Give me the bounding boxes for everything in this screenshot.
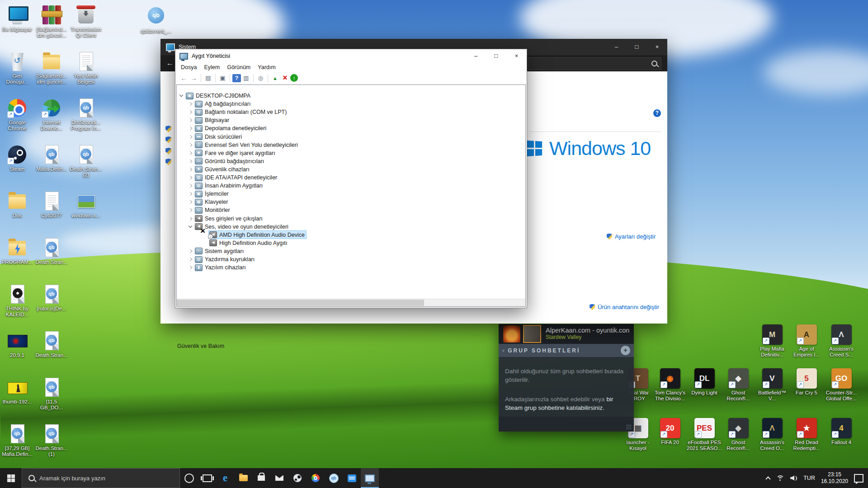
- group-chats-bar[interactable]: » GRUP SOHBETLERİ +: [499, 344, 634, 357]
- tree-item-computer-root[interactable]: ▣DESKTOP-CJ9DMPA: [179, 92, 252, 100]
- back-icon[interactable]: ←: [179, 73, 189, 83]
- tree-item-security-devices[interactable]: ◈Güvenlik cihazları: [188, 165, 251, 174]
- tree-item-monitors[interactable]: ▭Monitörler: [188, 206, 231, 214]
- desktop-icon-internet-download-manager[interactable]: ↗Internet Downlo...: [34, 98, 69, 131]
- desktop-icon-battlefield-v[interactable]: V↗Battlefield™ V...: [755, 368, 790, 402]
- dm-minimize-button[interactable]: –: [466, 49, 486, 63]
- chevron-right-icon[interactable]: [188, 167, 193, 172]
- uninstall-device-icon[interactable]: ×: [280, 73, 290, 83]
- taskbar-app-steam[interactable]: [288, 468, 307, 488]
- menu-dosya[interactable]: Dosya: [177, 63, 200, 71]
- tree-item-software-devices[interactable]: ▮Yazılım cihazları: [188, 263, 247, 272]
- desktop-icon-ghost-recon-2[interactable]: ◆↗Ghost Recon®...: [721, 418, 756, 451]
- desktop-icon-death-stranding-torrent-2[interactable]: qbDeath.Stran... (2): [68, 144, 104, 178]
- clock[interactable]: 23:15 16.10.2020: [821, 471, 848, 485]
- back-arrow-icon[interactable]: ←: [164, 58, 176, 69]
- console-tree-icon[interactable]: ▤: [203, 73, 213, 83]
- help-icon[interactable]: ?: [232, 74, 241, 82]
- desktop-icon-qbittorrent[interactable]: qbqbittorrent_...: [138, 5, 174, 34]
- tree-item-network-adapters[interactable]: ▤Ağ bağdaştırıcıları: [188, 100, 252, 108]
- desktop-icon-transmission-qt-client[interactable]: Transmission Qt Client: [68, 5, 104, 38]
- chevron-right-icon[interactable]: [188, 134, 193, 140]
- chevron-right-icon[interactable]: [188, 249, 193, 254]
- tree-item-human-interface-devices[interactable]: ▧İnsan Arabirim Aygıtları: [188, 182, 264, 190]
- desktop-icon-mafia-37-29-gb-torrent[interactable]: qb[37,29 GB] Mafia.Defin...: [0, 423, 35, 457]
- chevron-right-icon[interactable]: [188, 199, 193, 205]
- desktop-icon-new-text-document[interactable]: Yeni Metin Belgesi: [68, 51, 104, 85]
- collapse-chevron-icon[interactable]: »: [501, 349, 506, 352]
- sidebar-task-link-2[interactable]: [165, 136, 171, 143]
- start-button[interactable]: [0, 468, 22, 488]
- taskbar-app-file-explorer[interactable]: [234, 468, 252, 488]
- desktop-icon-idm-folder[interactable]: [Sağlamind... idm güncel...: [34, 51, 69, 85]
- steam-friend-header[interactable]: AlperKaan.com - oyuntik.con Stardew Vall…: [499, 324, 634, 344]
- scrollbar-thumb[interactable]: [177, 300, 424, 306]
- chevron-right-icon[interactable]: [188, 126, 193, 131]
- taskbar-app-messaging[interactable]: [343, 468, 361, 488]
- desktop-icon-winrar-idm-archive[interactable]: [Sağlamind... idm güncel...: [34, 5, 69, 38]
- tree-item-usb-controllers[interactable]: ▯Evrensel Seri Veri Yolu denetleyicileri: [188, 141, 299, 149]
- desktop-icon-fallout-4[interactable]: 4↗Fallout 4: [824, 418, 859, 446]
- cortana-button[interactable]: [180, 468, 198, 488]
- menu-görünüm[interactable]: Görünüm: [223, 63, 254, 71]
- desktop-icon-cyb2077-document[interactable]: Cyb2077: [34, 191, 69, 219]
- tree-item-print-queues[interactable]: ▤Yazdırma kuyrukları: [188, 255, 256, 263]
- horizontal-scrollbar[interactable]: [177, 299, 525, 306]
- tree-item-mice-pointing-devices[interactable]: ◉Fare ve diğer işaret aygıtları: [188, 149, 277, 157]
- device-manager-titlebar[interactable]: Aygıt Yöneticisi – □ ×: [175, 49, 527, 63]
- taskbar-app-edge[interactable]: e: [216, 468, 234, 488]
- chevron-right-icon[interactable]: [188, 142, 193, 148]
- task-view-button[interactable]: [198, 468, 216, 488]
- desktop-icon-video-20-9-1[interactable]: 20.9.1: [0, 330, 35, 358]
- system-search-input[interactable]: [528, 57, 661, 70]
- desktop-icon-windows-xp-image[interactable]: windows-x...: [68, 191, 104, 219]
- dm-maximize-button[interactable]: □: [486, 49, 506, 63]
- scan-hardware-icon[interactable]: ◎: [256, 73, 265, 83]
- desktop-icon-dth-stranding-torrent[interactable]: qbDthStrandi... Program İn...: [68, 98, 104, 131]
- desktop-icon-red-dead-redemption[interactable]: ★↗Red Dead Redempti...: [789, 418, 824, 451]
- chevron-right-icon[interactable]: [188, 207, 193, 213]
- chevron-right-icon[interactable]: [188, 183, 193, 188]
- desktop-icon-ghost-recon[interactable]: ◆↗Ghost Recon®...: [721, 368, 756, 402]
- desktop-icon-steam[interactable]: ↗Steam: [0, 144, 35, 172]
- chevron-right-icon[interactable]: [188, 109, 193, 115]
- taskbar-app-qbittorrent[interactable]: qb: [325, 468, 343, 488]
- desktop-icon-this-pc[interactable]: Bu bilgisayar: [0, 5, 35, 33]
- desktop-icon-thumb-192[interactable]: thumb-192...: [0, 377, 35, 405]
- chevron-right-icon[interactable]: [188, 117, 193, 123]
- action-center-icon[interactable]: [854, 474, 863, 483]
- taskbar-search-input[interactable]: Aramak için buraya yazın: [22, 468, 180, 488]
- desktop-icon-assassins-creed-o[interactable]: Λ↗Assassin's Creed O...: [755, 418, 790, 451]
- desktop-icon-program-folder[interactable]: PROGRAM...: [0, 237, 35, 265]
- chevron-down-icon[interactable]: [188, 224, 193, 230]
- chevron-right-icon[interactable]: [188, 216, 193, 221]
- chevron-right-icon[interactable]: [188, 257, 193, 262]
- desktop-icon-fifa-20[interactable]: 20↗FIFA 20: [652, 418, 688, 446]
- chevron-right-icon[interactable]: [188, 191, 193, 197]
- chevron-right-icon[interactable]: [188, 159, 193, 164]
- sidebar-task-link-1[interactable]: [165, 126, 171, 132]
- forward-icon[interactable]: →: [189, 73, 198, 83]
- system-close-button[interactable]: ×: [647, 39, 667, 55]
- security-maintenance-link[interactable]: Güvenlik ve Bakım: [177, 343, 224, 349]
- desktop-icon-play-mafia-definitive[interactable]: M↗Play Mafia Definitiv...: [755, 324, 790, 358]
- desktop-icon-counter-strike-go[interactable]: GO↗Counter-Str... Global Offe...: [824, 368, 859, 402]
- chevron-right-icon[interactable]: [188, 265, 193, 270]
- tree-item-ide-ata-atapi-controllers[interactable]: ▨IDE ATA/ATAPI denetleyiciler: [188, 174, 278, 182]
- desktop-icon-death-stranding-torrent-1[interactable]: qbDeath.Stran... (1): [34, 423, 69, 457]
- hidden-icons-chevron[interactable]: [766, 476, 770, 480]
- sidebar-task-link-3[interactable]: [165, 148, 171, 155]
- menu-eylem[interactable]: Eylem: [200, 63, 223, 71]
- desktop-icon-dos-folder[interactable]: Dos: [0, 191, 35, 219]
- chevron-right-icon[interactable]: [188, 101, 193, 107]
- change-product-key-link[interactable]: Ürün anahtarını değiştir: [590, 304, 659, 310]
- taskbar-app-device-manager[interactable]: [361, 468, 379, 488]
- enable-device-icon[interactable]: ↑: [290, 74, 298, 82]
- chevron-right-icon[interactable]: [188, 150, 193, 156]
- tree-item-ports-com-lpt[interactable]: ▥Bağlantı noktaları (COM ve LPT): [188, 108, 288, 116]
- desktop-icon-far-cry-5[interactable]: 5↗Far Cry 5: [789, 368, 824, 396]
- desktop-icon-tom-clancys-the-division[interactable]: ◉↗Tom Clancy's The Divisio...: [652, 368, 688, 402]
- taskbar-app-chrome[interactable]: [307, 468, 325, 488]
- tree-item-keyboards[interactable]: ▩Klavyeler: [188, 198, 229, 206]
- tree-item-processors[interactable]: ▣İşlemciler: [188, 190, 230, 198]
